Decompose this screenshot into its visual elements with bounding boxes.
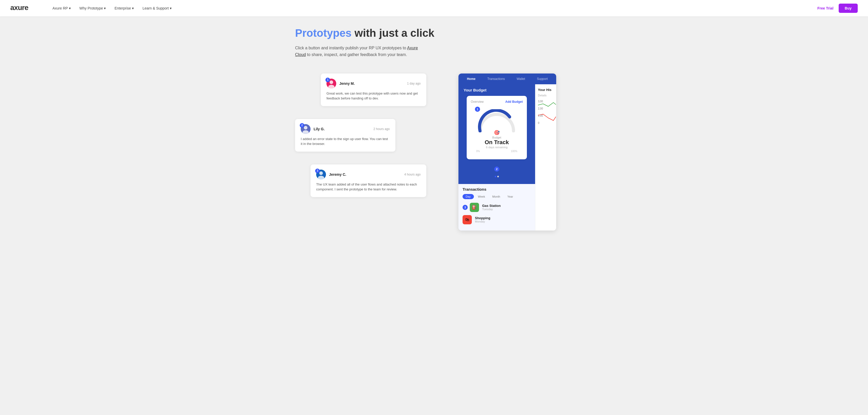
hero-title-rest: with just a click	[351, 27, 434, 39]
gauge-label: 🎯 Budget On Track 6 days remaining	[485, 130, 509, 149]
nav-enterprise[interactable]: Enterprise ▾	[111, 4, 137, 12]
app-nav-wallet[interactable]: Wallet	[517, 77, 525, 81]
transaction-row-1: 3 ⛽ Gas Station Tuesday	[463, 203, 531, 212]
app-main-panel: Your Budget Overview Add Budget	[459, 84, 535, 231]
app-mockup: Home Transactions Wallet Support Your Bu…	[459, 73, 556, 231]
gas-station-date: Tuesday	[482, 208, 501, 211]
hero-highlight: Prototypes	[295, 27, 351, 39]
shopping-date: Monday	[475, 220, 490, 223]
comment-name-jenny: Jenny M.	[339, 81, 355, 85]
comment-card-jeremy: 3 Jeremy C. 4 hours ago The UX team adde…	[311, 165, 426, 197]
app-split-layout: Your Budget Overview Add Budget	[459, 84, 556, 231]
budget-sub-label: Budget	[485, 136, 509, 139]
h-value-300: 3,00	[538, 100, 543, 103]
shopping-info: Shopping Monday	[475, 216, 490, 223]
avatar-badge-2: 2	[300, 123, 304, 128]
avatar-wrap-lily: 2	[301, 124, 311, 134]
hero-desc-end: to share, inspect, and gather feedback f…	[307, 53, 407, 57]
h-value-0: 0	[538, 122, 539, 125]
avatar-wrap-jenny: 1	[327, 79, 336, 89]
dot-1	[495, 176, 496, 177]
nav-learn-support[interactable]: Learn & Support ▾	[139, 4, 175, 12]
hero-description: Click a button and instantly publish you…	[295, 45, 418, 58]
comment-row-1: 1 Jenny M. 1 day ago Great work, we can …	[295, 73, 426, 106]
nav-axure-rp[interactable]: Axure RP ▾	[49, 4, 74, 12]
dot-2	[497, 176, 499, 177]
avatar-wrap-jeremy: 3	[316, 170, 326, 179]
budget-card: Overview Add Budget 1	[467, 96, 527, 159]
period-tab-month[interactable]: Month	[489, 194, 503, 199]
hero-title: Prototypes with just a click	[295, 27, 573, 40]
budget-icon: 🎯	[485, 130, 509, 135]
svg-point-8	[319, 171, 323, 175]
history-line-svg	[538, 100, 556, 126]
add-budget-button[interactable]: Add Budget	[505, 100, 523, 104]
main-content: Prototypes with just a click Click a but…	[280, 16, 588, 251]
comment-time-jeremy: 4 hours ago	[404, 173, 421, 176]
app-navbar: Home Transactions Wallet Support	[459, 73, 556, 84]
two-column-layout: 1 Jenny M. 1 day ago Great work, we can …	[295, 73, 573, 231]
comment-row-3: 3 Jeremy C. 4 hours ago The UX team adde…	[295, 165, 426, 197]
transaction-item-shopping: 🛍 Shopping Monday	[463, 215, 531, 224]
indicator-section: 2	[459, 167, 535, 184]
app-nav-transactions[interactable]: Transactions	[487, 77, 505, 81]
comment-header-jeremy: 3 Jeremy C. 4 hours ago	[316, 170, 421, 179]
comment-header-jenny: 1 Jenny M. 1 day ago	[327, 79, 421, 89]
comment-time-jenny: 1 day ago	[407, 82, 421, 85]
badge-2: 2	[494, 167, 499, 172]
gauge-chart	[476, 109, 517, 132]
budget-card-header: Overview Add Budget	[471, 100, 523, 104]
period-tab-week[interactable]: Week	[475, 194, 488, 199]
comment-text-lily: I added an error state to the sign up us…	[301, 136, 390, 146]
comment-text-jenny: Great work, we can test this prototype w…	[327, 91, 421, 101]
buy-button[interactable]: Buy	[839, 4, 858, 13]
budget-title: Your Budget	[464, 88, 487, 92]
comment-name-lily: Lily G.	[314, 127, 325, 131]
comment-header-lily: 2 Lily G. 2 hours ago	[301, 124, 390, 134]
app-nav-support[interactable]: Support	[537, 77, 548, 81]
app-history-panel: Your His Details 3,00 2,00	[535, 84, 556, 231]
svg-point-5	[304, 126, 307, 130]
svg-point-2	[330, 80, 333, 84]
nav-why-prototype[interactable]: Why Prototype ▾	[76, 4, 110, 12]
comment-row-2: 2 Lily G. 2 hours ago I added an error s…	[295, 119, 426, 151]
comment-name-row-jenny: Jenny M. 1 day ago	[339, 81, 421, 85]
transactions-title: Transactions	[463, 187, 531, 192]
budget-section-header: Your Budget	[459, 84, 535, 96]
period-tab-year[interactable]: Year	[504, 194, 516, 199]
app-mockup-column: Home Transactions Wallet Support Your Bu…	[442, 73, 573, 231]
budget-days: 6 days remaining	[485, 146, 509, 149]
gauge-badge-1: 1	[475, 107, 480, 112]
free-trial-link[interactable]: Free Trial	[816, 4, 834, 12]
shopping-icon: 🛍	[463, 215, 472, 224]
dots-indicator	[495, 174, 499, 180]
overview-label: Overview	[471, 100, 484, 104]
gas-station-info: Gas Station Tuesday	[482, 204, 501, 211]
comment-card-jenny: 1 Jenny M. 1 day ago Great work, we can …	[321, 73, 426, 106]
comment-time-lily: 2 hours ago	[374, 127, 390, 131]
comments-column: 1 Jenny M. 1 day ago Great work, we can …	[295, 73, 426, 197]
avatar-badge-3: 3	[315, 169, 320, 173]
gas-station-name: Gas Station	[482, 204, 501, 208]
logo[interactable]: axure	[10, 3, 39, 14]
details-label: Details	[538, 94, 554, 97]
gauge-pct-right: 100%	[511, 150, 517, 152]
comment-card-lily: 2 Lily G. 2 hours ago I added an error s…	[295, 119, 395, 151]
comment-name-row-lily: Lily G. 2 hours ago	[314, 127, 390, 131]
comment-list: 1 Jenny M. 1 day ago Great work, we can …	[295, 73, 426, 197]
app-nav-home[interactable]: Home	[467, 77, 475, 81]
h-value-200: 2,00	[538, 107, 543, 110]
gauge-pct-left: 0%	[476, 150, 480, 152]
shopping-name: Shopping	[475, 216, 490, 220]
gauge-pct-row: 0% 100%	[476, 150, 517, 152]
gauge-container: 1 🎯 Budget	[471, 107, 523, 155]
comment-text-jeremy: The UX team added all of the user flows …	[316, 182, 421, 192]
comment-name-jeremy: Jeremy C.	[329, 172, 346, 177]
period-tab-day[interactable]: Day	[463, 194, 474, 199]
history-chart: 3,00 2,00 1,00 0	[538, 100, 554, 126]
hero-desc-text: Click a button and instantly publish you…	[295, 46, 406, 50]
svg-text:axure: axure	[10, 4, 28, 11]
nav-actions: Free Trial Buy	[816, 4, 858, 13]
gas-station-icon: ⛽	[470, 203, 479, 212]
badge-3: 3	[463, 205, 468, 210]
